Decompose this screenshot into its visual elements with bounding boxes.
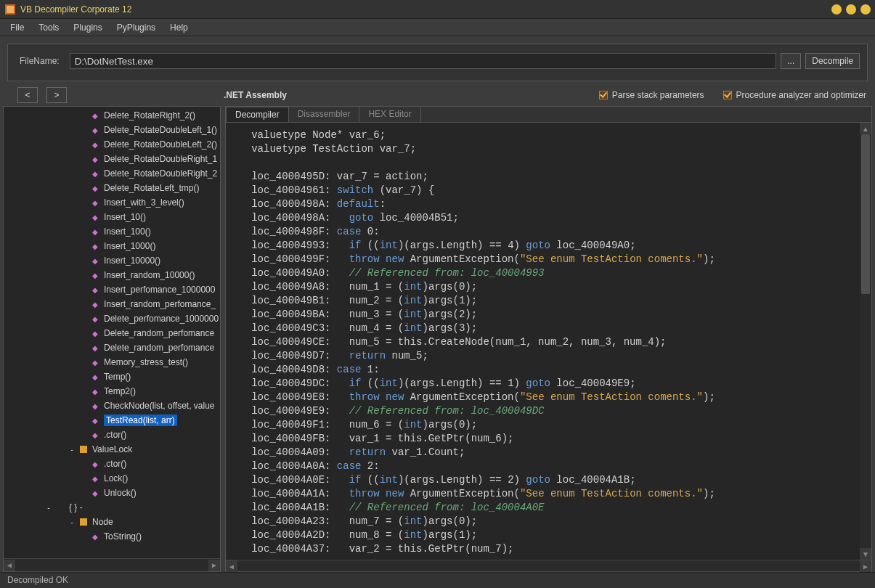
tree-item-label: ToString() <box>104 531 142 542</box>
expand-icon[interactable]: - <box>44 503 53 512</box>
tab-disassembler[interactable]: Disassembler <box>289 107 360 122</box>
svg-rect-3 <box>80 518 87 526</box>
tree-item-label: Memory_stress_test() <box>104 357 188 367</box>
tree-item[interactable]: ◆Delete_RotateLeft_tmp() <box>4 181 220 195</box>
tree-item[interactable]: ◆Delete_RotateDoubleLeft_2() <box>4 137 220 152</box>
tree-item-label: { } - <box>69 502 83 513</box>
tree-item[interactable]: ◆Temp() <box>4 369 220 384</box>
browse-button[interactable]: ... <box>781 53 801 69</box>
tree-item-label: Node <box>92 517 113 527</box>
tree-item[interactable]: -{ } - <box>4 500 220 515</box>
tree-item-label: ValueLock <box>92 444 132 454</box>
tree-item[interactable]: ◆Delete_RotateDoubleRight_1 <box>4 152 220 166</box>
menu-pyplugins[interactable]: PyPlugins <box>110 20 163 36</box>
tree-item[interactable]: ◆Delete_RotateDoubleRight_2 <box>4 166 220 181</box>
tree-item[interactable]: ◆Delete_RotateDoubleLeft_1() <box>4 123 220 137</box>
tree-item[interactable]: ◆Delete_perfomance_1000000 <box>4 311 220 326</box>
maximize-icon[interactable] <box>846 4 856 15</box>
tree-item-label: Delete_RotateDoubleRight_2 <box>104 168 217 179</box>
method-icon: ◆ <box>90 197 100 208</box>
method-icon: ◆ <box>90 328 100 338</box>
tree-item[interactable]: -Node <box>4 515 220 529</box>
tree-item[interactable]: ◆Memory_stress_test() <box>4 355 220 369</box>
method-icon: ◆ <box>90 212 100 222</box>
tree-item[interactable]: ◆TestRead(list, arr) <box>4 413 220 428</box>
method-icon: ◆ <box>90 459 100 469</box>
tree-item[interactable]: ◆Insert_1000() <box>4 239 220 253</box>
close-icon[interactable] <box>860 4 871 15</box>
method-icon: ◆ <box>90 372 100 382</box>
method-icon: ◆ <box>90 357 100 367</box>
minimize-icon[interactable] <box>831 4 842 15</box>
code-v-scrollbar[interactable]: ▲ ▼ <box>860 123 871 560</box>
tree-item-label: Insert_perfomance_1000000 <box>104 285 215 295</box>
tree-item-label: Temp2() <box>104 386 136 396</box>
tree-item-label: Delete_RotateLeft_tmp() <box>104 183 199 193</box>
tree-pane[interactable]: ◆Delete_RotateRight_2()◆Delete_RotateDou… <box>3 106 221 572</box>
method-icon: ◆ <box>90 270 100 280</box>
scroll-up-icon[interactable]: ▲ <box>860 123 871 134</box>
svg-rect-1 <box>7 6 14 13</box>
tree-item[interactable]: ◆Insert_100() <box>4 224 220 239</box>
code-pane: Decompiler Disassembler HEX Editor value… <box>225 106 872 572</box>
nav-forward-button[interactable]: > <box>46 87 67 103</box>
menu-plugins[interactable]: Plugins <box>66 20 109 36</box>
tree-item[interactable]: ◆.ctor() <box>4 428 220 442</box>
tree-item[interactable]: ◆Unlock() <box>4 486 220 500</box>
code-h-scrollbar[interactable]: ◄ ► <box>226 560 871 571</box>
parse-stack-checkbox[interactable]: Parse stack parameters <box>599 90 704 100</box>
filename-label: FileName: <box>20 56 60 66</box>
expand-icon[interactable]: - <box>68 445 76 454</box>
window-title: VB Decompiler Corporate 12 <box>20 4 827 15</box>
tree-item[interactable]: ◆Delete_random_perfomance <box>4 340 220 355</box>
tree-item-label: Insert_1000() <box>104 241 155 251</box>
method-icon: ◆ <box>90 110 100 121</box>
tree-item[interactable]: ◆Delete_random_perfomance <box>4 326 220 340</box>
menu-file[interactable]: File <box>3 20 31 36</box>
status-bar: Decompiled OK <box>0 572 875 588</box>
code-view[interactable]: valuetype Node* var_6; valuetype TestAct… <box>226 123 860 560</box>
namespace-icon <box>55 502 65 513</box>
tree-item[interactable]: ◆.ctor() <box>4 457 220 471</box>
procedure-analyzer-checkbox[interactable]: Procedure analyzer and optimizer <box>723 90 866 100</box>
tree-item[interactable]: ◆CheckNode(list, offset, value <box>4 399 220 413</box>
tree-item[interactable]: -ValueLock <box>4 442 220 457</box>
method-icon: ◆ <box>90 139 100 150</box>
tree-item-label: Delete_random_perfomance <box>104 343 214 353</box>
tree-h-scrollbar[interactable]: ◄ ► <box>4 558 220 571</box>
scroll-left-icon[interactable]: ◄ <box>226 560 237 572</box>
class-icon <box>78 444 89 454</box>
tab-hex-editor[interactable]: HEX Editor <box>359 107 420 122</box>
file-toolbar: FileName: ... Decompile <box>7 44 868 81</box>
nav-back-button[interactable]: < <box>17 87 38 103</box>
expand-icon[interactable]: - <box>68 518 76 526</box>
menu-bar: File Tools Plugins PyPlugins Help <box>0 19 875 36</box>
scroll-down-icon[interactable]: ▼ <box>860 548 871 560</box>
menu-tools[interactable]: Tools <box>31 20 66 36</box>
method-icon: ◆ <box>90 183 100 193</box>
tree-item[interactable]: ◆Insert_with_3_level() <box>4 195 220 210</box>
tree-item[interactable]: ◆Insert_10000() <box>4 253 220 268</box>
scroll-left-icon[interactable]: ◄ <box>4 560 15 571</box>
scroll-right-icon[interactable]: ► <box>208 560 220 571</box>
title-bar: VB Decompiler Corporate 12 <box>0 0 875 19</box>
menu-help[interactable]: Help <box>163 20 195 36</box>
tree-item[interactable]: ◆Insert_random_perfomance_ <box>4 297 220 311</box>
scroll-right-icon[interactable]: ► <box>860 560 871 572</box>
tree-item[interactable]: ◆Delete_RotateRight_2() <box>4 108 220 123</box>
tree-item-label: Lock() <box>104 473 128 483</box>
tree-item[interactable]: ◆Insert_random_10000() <box>4 268 220 282</box>
app-icon <box>4 4 16 15</box>
tree-item[interactable]: ◆Insert_10() <box>4 210 220 224</box>
tree-item[interactable]: ◆Insert_perfomance_1000000 <box>4 282 220 297</box>
decompile-button[interactable]: Decompile <box>805 53 860 69</box>
method-icon: ◆ <box>90 386 100 396</box>
tree-item[interactable]: ◆Lock() <box>4 471 220 486</box>
tree-item-label: Insert_random_perfomance_ <box>104 299 216 309</box>
tab-decompiler[interactable]: Decompiler <box>226 107 289 122</box>
tree-item-label: .ctor() <box>104 459 126 469</box>
filename-input[interactable] <box>70 53 777 69</box>
tree-item[interactable]: ◆ToString() <box>4 529 220 544</box>
tree-item[interactable]: ◆Temp2() <box>4 384 220 399</box>
scrollbar-thumb[interactable] <box>861 134 870 294</box>
